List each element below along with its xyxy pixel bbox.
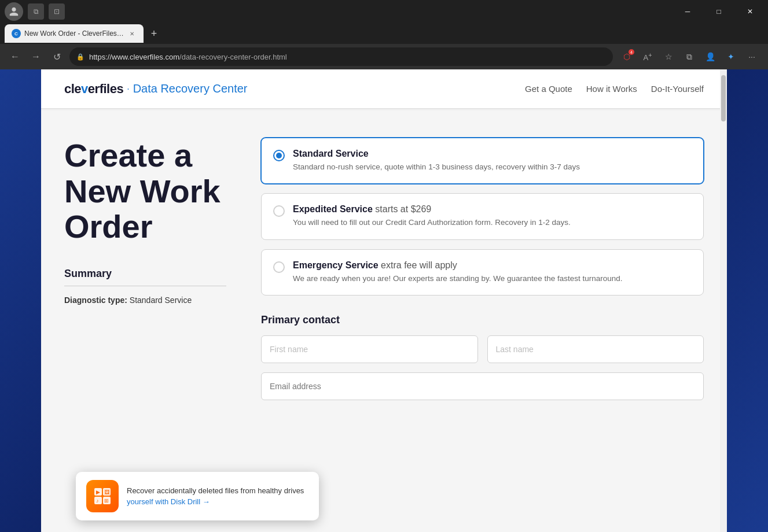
- summary-label: Summary: [64, 268, 226, 280]
- toast-link[interactable]: yourself with Disk Drill →: [127, 497, 210, 506]
- expedited-service-radio[interactable]: [273, 205, 285, 217]
- emergency-service-price: extra fee will apply: [381, 260, 457, 270]
- expedited-service-info: Expedited Service starts at $269 You wil…: [293, 204, 692, 228]
- summary-divider: [64, 286, 226, 286]
- toolbar-icons: ⬡ 4 A+ ☆ ⧉ 👤 ✦ ···: [618, 47, 761, 66]
- diagnostic-type-label: Diagnostic type:: [64, 295, 127, 305]
- scrollbar[interactable]: [720, 69, 727, 532]
- profile-sync-icon[interactable]: 👤: [701, 47, 719, 66]
- contact-section-label: Primary contact: [261, 314, 704, 326]
- last-name-input[interactable]: [487, 335, 704, 363]
- new-tab-button[interactable]: +: [146, 25, 162, 42]
- active-tab[interactable]: C New Work Order - CleverFiles D... ✕: [5, 24, 144, 43]
- forward-button[interactable]: →: [28, 49, 44, 65]
- emergency-service-name: Emergency Service extra fee will apply: [293, 260, 692, 271]
- contact-section: Primary contact: [261, 314, 704, 400]
- more-options-icon[interactable]: ···: [743, 47, 761, 66]
- address-bar[interactable]: 🔒 https://www.cleverfiles.com/data-recov…: [69, 47, 613, 66]
- expedited-service-price: starts at $269: [375, 204, 431, 214]
- name-form-row: [261, 335, 704, 363]
- address-text: https://www.cleverfiles.com/data-recover…: [89, 53, 287, 61]
- scrollbar-thumb[interactable]: [721, 75, 726, 121]
- logo-text: cleverfiles: [64, 82, 123, 97]
- expedited-service-desc: You will need to fill out our Credit Car…: [293, 217, 692, 228]
- get-quote-link[interactable]: Get a Quote: [525, 84, 572, 94]
- diagnostic-type: Diagnostic type: Standard Service: [64, 295, 226, 305]
- left-column: Create a New Work Order Summary Diagnost…: [64, 138, 226, 509]
- logo-erfiles: erfiles: [88, 82, 123, 96]
- website-container: cleverfiles · Data Recovery Center Get a…: [41, 69, 727, 532]
- logo-area: cleverfiles · Data Recovery Center: [64, 82, 248, 97]
- standard-service-desc: Standard no-rush service, quote within 1…: [293, 161, 692, 173]
- collections-icon[interactable]: ⧉: [680, 47, 699, 66]
- lock-icon: 🔒: [76, 53, 84, 61]
- page-area: cleverfiles · Data Recovery Center Get a…: [0, 69, 768, 532]
- how-it-works-link[interactable]: How it Works: [586, 84, 637, 94]
- read-aloud-icon[interactable]: A+: [638, 47, 657, 66]
- main-content: Create a New Work Order Summary Diagnost…: [41, 109, 727, 532]
- standard-service-option[interactable]: Standard Service Standard no-rush servic…: [261, 138, 704, 184]
- favorites-icon[interactable]: ☆: [659, 47, 678, 66]
- tab-stack-icon[interactable]: ⧉: [28, 3, 44, 20]
- maximize-button[interactable]: □: [705, 2, 732, 21]
- toast-icon: ▶ 🖼 ♪ ⊞: [86, 480, 119, 512]
- do-it-yourself-link[interactable]: Do-It-Yourself: [651, 84, 704, 94]
- sidebar-icon[interactable]: ⊡: [49, 3, 65, 20]
- expedited-service-name: Expedited Service starts at $269: [293, 204, 692, 215]
- standard-service-name: Standard Service: [293, 149, 692, 159]
- first-name-input[interactable]: [261, 335, 478, 363]
- profile-icon[interactable]: [5, 2, 23, 21]
- logo-subtitle: Data Recovery Center: [133, 82, 248, 95]
- site-header: cleverfiles · Data Recovery Center Get a…: [41, 69, 727, 109]
- svg-text:⊞: ⊞: [104, 498, 109, 504]
- close-button[interactable]: ✕: [737, 2, 763, 21]
- logo-cle: cle: [64, 82, 81, 96]
- emergency-service-desc: We are ready when you are! Our experts a…: [293, 273, 692, 285]
- emergency-service-radio[interactable]: [273, 261, 285, 273]
- address-bar-row: ← → ↺ 🔒 https://www.cleverfiles.com/data…: [0, 44, 768, 69]
- logo-v: v: [81, 82, 88, 96]
- summary-section: Summary Diagnostic type: Standard Servic…: [64, 268, 226, 305]
- toast-text: Recover accidentally deleted files from …: [127, 485, 308, 508]
- title-bar: ⧉ ⊡ ─ □ ✕: [0, 0, 768, 23]
- extensions-icon[interactable]: ⬡ 4: [618, 47, 636, 66]
- tab-favicon: C: [12, 29, 21, 38]
- minimize-button[interactable]: ─: [674, 2, 701, 21]
- window-controls: ─ □ ✕: [674, 2, 763, 21]
- tab-title-text: New Work Order - CleverFiles D...: [24, 29, 124, 38]
- emergency-service-option[interactable]: Emergency Service extra fee will apply W…: [261, 249, 704, 295]
- logo-separator: ·: [127, 84, 129, 94]
- standard-service-info: Standard Service Standard no-rush servic…: [293, 149, 692, 173]
- page-title: Create a New Work Order: [64, 138, 226, 245]
- toast-plain-text: Recover accidentally deleted files from …: [127, 486, 304, 495]
- refresh-button[interactable]: ↺: [49, 49, 65, 65]
- site-nav: Get a Quote How it Works Do-It-Yourself: [525, 84, 704, 94]
- browser-chrome: ⧉ ⊡ ─ □ ✕ C New Work Order - CleverFiles…: [0, 0, 768, 69]
- svg-text:▶: ▶: [96, 489, 100, 495]
- tab-close-button[interactable]: ✕: [127, 29, 137, 38]
- right-column: Standard Service Standard no-rush servic…: [261, 138, 704, 509]
- url-path: /data-recovery-center-order.html: [179, 53, 287, 61]
- standard-service-radio[interactable]: [273, 150, 285, 161]
- copilot-icon[interactable]: ✦: [722, 47, 740, 66]
- notification-toast: ▶ 🖼 ♪ ⊞ Recover accidentally deleted fil…: [76, 472, 319, 520]
- back-button[interactable]: ←: [7, 49, 23, 65]
- tab-bar: C New Work Order - CleverFiles D... ✕ +: [0, 23, 768, 44]
- email-input[interactable]: [261, 372, 704, 400]
- expedited-service-option[interactable]: Expedited Service starts at $269 You wil…: [261, 193, 704, 239]
- url-domain: https://www.cleverfiles.com: [89, 53, 179, 61]
- diagnostic-type-value: Standard Service: [130, 295, 192, 305]
- svg-text:♪: ♪: [96, 498, 99, 504]
- svg-text:🖼: 🖼: [104, 489, 109, 495]
- emergency-service-info: Emergency Service extra fee will apply W…: [293, 260, 692, 285]
